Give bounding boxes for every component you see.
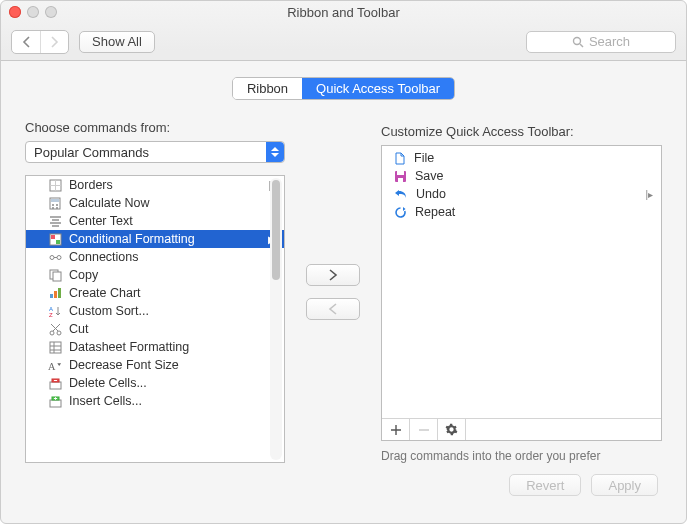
svg-point-9 (52, 207, 54, 209)
forward-button[interactable] (40, 31, 68, 53)
svg-text:Z: Z (49, 312, 53, 318)
list-item-label: Delete Cells... (69, 376, 147, 390)
remove-command-button[interactable] (306, 298, 360, 320)
qat-item[interactable]: File (382, 149, 661, 167)
qat-item-label: Repeat (415, 205, 455, 219)
titlebar: Ribbon and Toolbar (1, 1, 686, 23)
list-item-label: Copy (69, 268, 98, 282)
list-item[interactable]: Delete Cells... (26, 374, 284, 392)
list-item-label: Decrease Font Size (69, 358, 179, 372)
commands-column: Choose commands from: Popular Commands B… (25, 120, 285, 463)
list-item[interactable]: Copy (26, 266, 284, 284)
commands-category-select[interactable]: Popular Commands (25, 141, 285, 163)
add-command-button[interactable] (306, 264, 360, 286)
svg-rect-23 (50, 294, 53, 298)
calculator-icon (48, 196, 62, 210)
scissors-icon (48, 322, 62, 336)
select-stepper-icon (266, 142, 284, 162)
list-item-label: Center Text (69, 214, 133, 228)
commands-category-value: Popular Commands (34, 145, 149, 160)
list-item[interactable]: ADecrease Font Size (26, 356, 284, 374)
list-item[interactable]: Borders|▸ (26, 176, 284, 194)
list-item[interactable]: Insert Cells... (26, 392, 284, 410)
show-all-label: Show All (92, 34, 142, 49)
toolbar: Show All Search (1, 23, 686, 61)
svg-rect-24 (54, 291, 57, 298)
revert-button[interactable]: Revert (509, 474, 581, 496)
footer-buttons: Revert Apply (25, 463, 662, 507)
search-placeholder: Search (589, 34, 630, 49)
minus-icon (418, 424, 430, 436)
svg-point-0 (573, 37, 580, 44)
chevron-left-icon (22, 36, 31, 48)
svg-rect-16 (51, 235, 55, 239)
center-text-icon (48, 214, 62, 228)
list-item-label: Borders (69, 178, 113, 192)
list-item[interactable]: Create Chart (26, 284, 284, 302)
svg-rect-17 (56, 240, 60, 244)
qat-settings-button[interactable] (438, 419, 466, 440)
search-icon (572, 36, 584, 48)
tab-segment: Ribbon Quick Access Toolbar (232, 77, 455, 100)
apply-button[interactable]: Apply (591, 474, 658, 496)
list-item[interactable]: Cut (26, 320, 284, 338)
svg-rect-37 (50, 382, 61, 389)
svg-text:A: A (48, 361, 56, 371)
list-item-label: Connections (69, 250, 139, 264)
qat-listbox[interactable]: FileSaveUndo|▸Repeat (381, 145, 662, 441)
customize-qat-label: Customize Quick Access Toolbar: (381, 124, 662, 139)
scrollbar[interactable] (270, 178, 282, 460)
list-item[interactable]: Calculate Now (26, 194, 284, 212)
delete-cells-icon (48, 376, 62, 390)
svg-line-1 (580, 44, 583, 47)
qat-add-button[interactable] (382, 419, 410, 440)
commands-list-inner: Borders|▸Calculate NowCenter TextConditi… (26, 176, 284, 462)
plus-icon (390, 424, 402, 436)
qat-item[interactable]: Repeat (382, 203, 661, 221)
conditional-formatting-icon (48, 232, 62, 246)
qat-remove-button[interactable] (410, 419, 438, 440)
decrease-font-icon: A (48, 358, 62, 372)
svg-point-10 (56, 207, 58, 209)
list-item-label: Custom Sort... (69, 304, 149, 318)
list-item[interactable]: Datasheet Formatting (26, 338, 284, 356)
transfer-buttons (285, 120, 381, 463)
search-input[interactable]: Search (526, 31, 676, 53)
qat-item-label: Undo (416, 187, 446, 201)
list-item[interactable]: AZCustom Sort... (26, 302, 284, 320)
qat-item[interactable]: Save (382, 167, 661, 185)
list-item-label: Datasheet Formatting (69, 340, 189, 354)
tab-quick-access-toolbar[interactable]: Quick Access Toolbar (302, 78, 454, 99)
list-item[interactable]: Center Text (26, 212, 284, 230)
commands-listbox[interactable]: Borders|▸Calculate NowCenter TextConditi… (25, 175, 285, 463)
chevron-right-icon (50, 36, 59, 48)
back-button[interactable] (12, 31, 40, 53)
svg-rect-25 (58, 288, 61, 298)
list-item-label: Conditional Formatting (69, 232, 195, 246)
show-all-button[interactable]: Show All (79, 31, 155, 53)
insert-cells-icon (48, 394, 62, 408)
chevron-right-icon (328, 269, 338, 281)
tab-ribbon[interactable]: Ribbon (233, 78, 302, 99)
svg-rect-6 (51, 199, 59, 202)
submenu-indicator-icon: |▸ (645, 189, 653, 200)
qat-item-label: File (414, 151, 434, 165)
qat-footer (382, 418, 661, 440)
window-title: Ribbon and Toolbar (1, 5, 686, 20)
undo-icon (394, 188, 408, 200)
qat-list-inner: FileSaveUndo|▸Repeat (382, 146, 661, 418)
svg-rect-46 (398, 178, 403, 182)
preferences-window: Ribbon and Toolbar Show All Search Ribbo… (0, 0, 687, 524)
list-item[interactable]: Connections (26, 248, 284, 266)
file-icon (394, 152, 406, 165)
svg-point-7 (52, 204, 54, 206)
svg-rect-45 (397, 171, 404, 175)
content-area: Ribbon Quick Access Toolbar Choose comma… (1, 61, 686, 523)
qat-item[interactable]: Undo|▸ (382, 185, 661, 203)
list-item-label: Cut (69, 322, 88, 336)
svg-rect-22 (53, 272, 61, 281)
list-item[interactable]: Conditional Formatting▶ (26, 230, 284, 248)
scrollbar-thumb[interactable] (272, 180, 280, 280)
svg-point-19 (57, 255, 61, 259)
svg-point-29 (57, 331, 61, 335)
